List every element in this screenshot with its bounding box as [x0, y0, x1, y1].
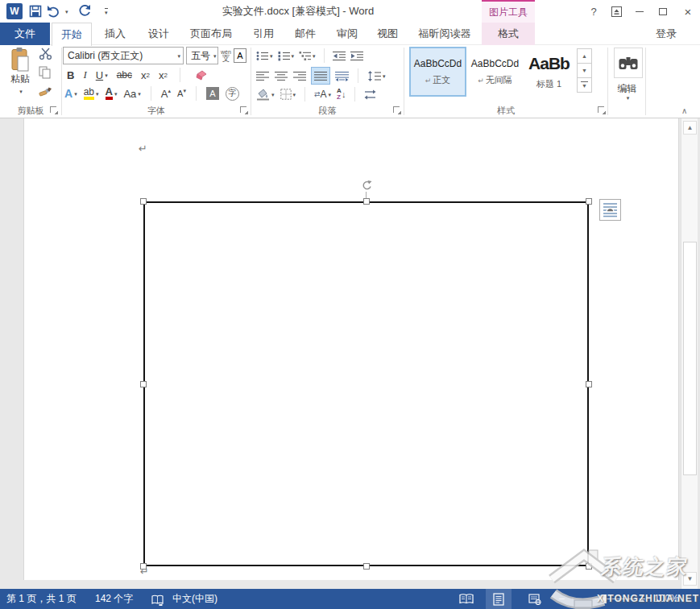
align-center-button[interactable]: [275, 68, 288, 84]
find-button[interactable]: [614, 48, 643, 78]
underline-button[interactable]: U ▾: [96, 67, 108, 83]
clipboard-dialog-launcher[interactable]: [50, 106, 58, 114]
close-button[interactable]: ×: [677, 0, 698, 23]
sign-in-link[interactable]: 登录: [651, 23, 681, 45]
tab-home[interactable]: 开始: [52, 23, 92, 46]
font-dialog-launcher[interactable]: [240, 106, 248, 114]
shading-button[interactable]: ▾: [256, 86, 275, 102]
highlight-color-button[interactable]: ab ▾: [84, 85, 99, 102]
help-button[interactable]: ?: [583, 0, 604, 23]
tab-review[interactable]: 审阅: [327, 23, 367, 45]
page-indicator[interactable]: 第 1 页，共 1 页: [6, 589, 77, 609]
tab-design[interactable]: 设计: [139, 23, 179, 45]
tab-foxit-reader[interactable]: 福昕阅读器: [408, 23, 482, 45]
italic-button[interactable]: I: [83, 67, 86, 83]
word-app-icon[interactable]: W: [6, 3, 23, 19]
tab-page-layout[interactable]: 页面布局: [180, 23, 242, 45]
tab-references[interactable]: 引用: [243, 23, 284, 45]
read-mode-button[interactable]: [454, 589, 479, 609]
increase-indent-button[interactable]: [350, 48, 363, 64]
distribute-button[interactable]: [335, 68, 349, 84]
tab-insert[interactable]: 插入: [95, 23, 135, 45]
resize-handle-s[interactable]: [363, 563, 370, 570]
align-left-button[interactable]: [256, 68, 269, 84]
borders-button[interactable]: ▾: [280, 86, 296, 102]
word-count[interactable]: 142 个字: [95, 589, 133, 609]
style-card-normal[interactable]: AaBbCcDd ↵正文: [411, 48, 465, 95]
style-card-no-spacing[interactable]: AaBbCcDd ↵无间隔: [468, 48, 522, 95]
ribbon-display-options-button[interactable]: [606, 0, 627, 23]
superscript-button[interactable]: x2: [159, 67, 168, 83]
paste-button[interactable]: 粘贴 ▾: [3, 47, 37, 105]
print-layout-button[interactable]: [486, 589, 512, 609]
align-right-button[interactable]: [293, 68, 306, 84]
language-indicator[interactable]: 中文(中国): [172, 589, 217, 609]
font-color-button[interactable]: A ▾: [106, 85, 118, 102]
tab-picture-format[interactable]: 格式: [482, 23, 535, 45]
vertical-scrollbar[interactable]: ▲ ▼: [681, 118, 698, 589]
enclose-characters-button[interactable]: 字: [226, 85, 239, 102]
character-border-button[interactable]: A: [234, 48, 246, 63]
tab-file[interactable]: 文件: [0, 23, 50, 45]
undo-button[interactable]: [47, 3, 60, 19]
scroll-down-button[interactable]: ▼: [683, 572, 697, 586]
rotation-handle[interactable]: [361, 180, 372, 191]
shrink-font-button[interactable]: A ▾: [177, 85, 186, 102]
strikethrough-button[interactable]: abc: [117, 67, 132, 83]
selected-picture-frame[interactable]: [143, 201, 589, 566]
paragraph-dialog-launcher[interactable]: [393, 106, 401, 114]
style-card-heading1[interactable]: AaBb 标题 1: [523, 48, 575, 95]
scrollbar-thumb[interactable]: [683, 242, 697, 475]
scroll-up-button[interactable]: ▲: [683, 121, 697, 135]
resize-handle-ne[interactable]: [586, 198, 592, 205]
numbering-button[interactable]: ▾: [278, 48, 295, 64]
line-spacing-button[interactable]: ▾: [367, 68, 386, 84]
proofing-status-button[interactable]: [151, 593, 164, 605]
grow-font-button[interactable]: A ▴: [161, 85, 171, 102]
resize-handle-nw[interactable]: [140, 198, 147, 205]
edit-menu-button[interactable]: 编辑: [608, 82, 646, 96]
styles-gallery-expand-button[interactable]: ▼: [577, 77, 592, 93]
edit-menu-dropdown[interactable]: ▾: [608, 95, 646, 101]
collapse-ribbon-button[interactable]: ∧: [681, 106, 687, 115]
zoom-level-button[interactable]: 100%: [654, 589, 679, 609]
multilevel-list-button[interactable]: ▾: [299, 48, 316, 64]
tab-mailings[interactable]: 邮件: [285, 23, 325, 45]
clear-formatting-button[interactable]: [193, 67, 207, 83]
zoom-in-button[interactable]: +: [639, 589, 645, 609]
change-case-button[interactable]: Aa ▾: [123, 85, 140, 102]
redo-button[interactable]: [78, 3, 91, 19]
zoom-slider-thumb[interactable]: [603, 594, 607, 603]
font-name-combobox[interactable]: Calibri (西文正文) ▾: [63, 47, 184, 64]
layout-options-button[interactable]: [599, 199, 621, 221]
maximize-button[interactable]: [652, 0, 673, 23]
resize-handle-n[interactable]: [363, 198, 370, 205]
document-page[interactable]: ↵: [24, 118, 678, 580]
character-shading-button[interactable]: A: [206, 85, 219, 102]
font-size-combobox[interactable]: 五号 ▾: [186, 47, 218, 64]
copy-button[interactable]: [39, 66, 52, 81]
phonetic-guide-button[interactable]: wén 文: [221, 49, 231, 63]
text-effects-button[interactable]: A ▾: [64, 85, 77, 102]
save-button[interactable]: [29, 3, 42, 19]
subscript-button[interactable]: x2: [141, 67, 150, 83]
styles-scroll-down-button[interactable]: ▼: [577, 63, 592, 78]
format-painter-button[interactable]: [39, 85, 52, 100]
bullets-button[interactable]: ▾: [256, 48, 273, 64]
minimize-button[interactable]: [629, 0, 650, 23]
asian-layout-button[interactable]: ⇄ A ▾: [314, 86, 331, 102]
resize-handle-se[interactable]: [586, 563, 592, 570]
styles-scroll-up-button[interactable]: ▲: [577, 48, 592, 64]
sort-button[interactable]: A Z ↓: [337, 86, 346, 102]
cut-button[interactable]: [39, 48, 52, 62]
customize-qat-dropdown[interactable]: ▾: [103, 3, 108, 19]
show-hide-marks-button[interactable]: [364, 86, 376, 102]
resize-handle-w[interactable]: [140, 381, 147, 387]
justify-button[interactable]: [312, 68, 329, 84]
tab-view[interactable]: 视图: [369, 23, 406, 45]
bold-button[interactable]: B: [67, 67, 74, 83]
resize-handle-e[interactable]: [586, 381, 592, 387]
styles-dialog-launcher[interactable]: [598, 106, 606, 114]
decrease-indent-button[interactable]: [333, 48, 346, 64]
undo-dropdown[interactable]: ▾: [64, 3, 68, 19]
